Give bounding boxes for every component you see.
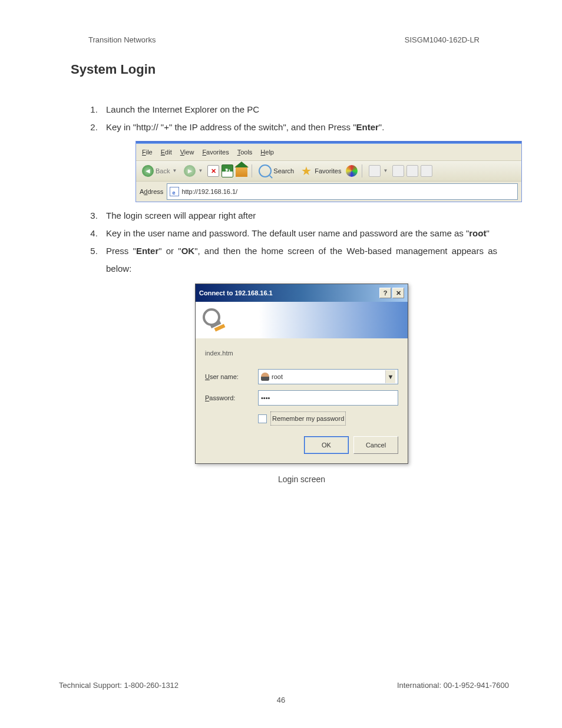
star-icon: ★ [301,165,313,177]
step-5: Press "Enter" or "OK", and then the home… [100,242,497,487]
remember-checkbox[interactable] [258,414,267,423]
footer-left: Technical Support: 1-800-260-1312 [59,681,178,690]
cancel-button[interactable]: Cancel [353,436,398,454]
username-row: User name: root ▼ [205,369,398,384]
dialog-banner [196,302,408,338]
step-3: The login screen will appear right after [100,207,497,225]
stop-button[interactable]: ✕ [207,165,219,177]
page-footer: Technical Support: 1-800-260-1312 Intern… [0,681,562,690]
step-4: Key in the user name and password. The d… [100,225,497,242]
step-1: Launch the Internet Explorer on the PC [100,101,497,118]
dialog-title: Connect to 192.168.16.1 [199,286,273,299]
search-button[interactable]: Search [256,163,296,179]
instruction-list: Launch the Internet Explorer on the PC K… [88,101,497,487]
address-label: Address [140,185,163,198]
section-title: System Login [71,62,497,77]
menu-help[interactable]: Help [260,146,274,159]
ie-browser-screenshot: File Edit View Favorites Tools Help ◄ Ba… [135,141,522,202]
back-arrow-icon: ◄ [142,165,154,177]
menu-view[interactable]: View [180,146,194,159]
dialog-body: index.htm User name: root ▼ Password: ••… [196,338,408,463]
dialog-titlebar: Connect to 192.168.16.1 ? ✕ [196,284,408,302]
mail-button[interactable]: ▼ [366,164,390,178]
ie-toolbar: ◄ Back ▼ ► ▼ ✕ ↻ Search [136,161,521,182]
remember-row: Remember my password [258,411,398,426]
menu-tools[interactable]: Tools [237,146,253,159]
step-2: Key in "http:// "+" the IP address of th… [100,118,497,202]
edit-button[interactable] [406,165,418,177]
back-button[interactable]: ◄ Back ▼ [140,163,179,179]
messenger-button[interactable] [421,165,432,177]
username-label: User name: [205,370,258,383]
header-left: Transition Networks [88,35,156,44]
address-field[interactable]: http://192.168.16.1/ [167,183,518,200]
password-value: •••• [261,391,270,404]
page-icon [170,187,179,196]
document-page: Transition Networks SISGM1040-162D-LR Sy… [0,0,562,728]
ie-menubar: File Edit View Favorites Tools Help [136,144,521,161]
address-url: http://192.168.16.1/ [181,185,237,198]
password-row: Password: •••• [205,390,398,406]
favorites-button[interactable]: ★ Favorites [299,163,343,179]
refresh-button[interactable]: ↻ [222,164,233,177]
home-button[interactable] [236,165,247,177]
menu-file[interactable]: File [142,146,153,159]
password-input[interactable]: •••• [258,390,398,406]
forward-arrow-icon: ► [184,165,196,177]
print-button[interactable] [392,165,404,177]
page-header: Transition Networks SISGM1040-162D-LR [71,35,497,44]
username-dropdown[interactable]: ▼ [385,370,395,383]
header-right: SISGM1040-162D-LR [405,35,480,44]
keys-icon [203,308,226,332]
login-dialog-screenshot: Connect to 192.168.16.1 ? ✕ index.htm Us… [195,284,408,464]
dialog-realm: index.htm [205,347,398,360]
search-icon [259,164,272,177]
dialog-buttons: OK Cancel [205,436,398,454]
page-number: 46 [0,696,562,704]
forward-button[interactable]: ► ▼ [181,164,205,178]
ie-address-bar: Address http://192.168.16.1/ [136,182,521,202]
media-button[interactable] [346,165,358,177]
ok-button[interactable]: OK [304,436,349,454]
password-label: Password: [205,391,258,404]
mail-icon [369,165,381,177]
figure-caption: Login screen [106,471,497,487]
menu-favorites[interactable]: Favorites [202,146,229,159]
user-icon [261,373,269,381]
close-button[interactable]: ✕ [392,288,404,298]
username-value: root [272,370,283,383]
remember-label: Remember my password [270,411,346,426]
help-button[interactable]: ? [379,288,391,298]
footer-right: International: 00-1-952-941-7600 [397,681,509,690]
menu-edit[interactable]: Edit [161,146,172,159]
username-input[interactable]: root ▼ [258,369,398,384]
